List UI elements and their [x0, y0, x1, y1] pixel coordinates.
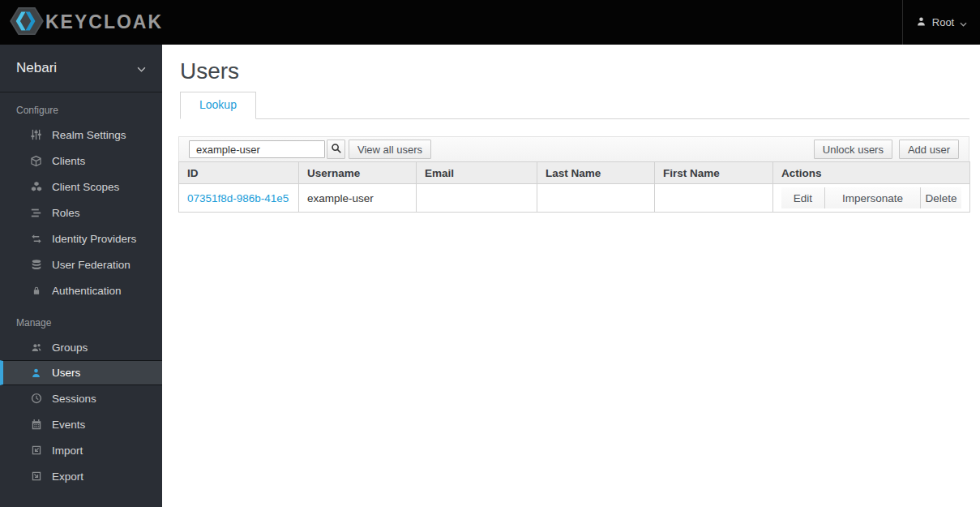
- users-icon: [29, 342, 43, 353]
- page-title: Users: [180, 59, 980, 84]
- column-header-email: Email: [417, 162, 537, 184]
- sidebar-item-label: Roles: [52, 207, 80, 219]
- import-icon: [29, 445, 43, 456]
- logo-wordmark: KEYCLOAK: [45, 11, 163, 33]
- list-icon: [29, 208, 43, 218]
- sidebar-item-label: Groups: [52, 342, 88, 354]
- keycloak-admin-console: KEYCLOAK Root Nebari Configure Realm Set…: [0, 0, 980, 507]
- row-actions: Edit Impersonate Delete: [781, 187, 961, 208]
- sidebar-item-label: Authentication: [52, 285, 122, 297]
- column-header-first-name: First Name: [655, 162, 773, 184]
- sidebar-item-label: Events: [52, 419, 85, 431]
- sidebar-item-label: Sessions: [52, 393, 96, 405]
- exchange-icon: [29, 234, 43, 244]
- main-content: Users Lookup View all users Unlock users…: [162, 45, 980, 507]
- sidebar-item-users[interactable]: Users: [0, 360, 162, 385]
- keycloak-logo-icon: [10, 6, 44, 40]
- sidebar-item-user-federation[interactable]: User Federation: [0, 251, 162, 277]
- sidebar-item-label: Clients: [52, 155, 85, 167]
- search-button[interactable]: [327, 140, 345, 159]
- sidebar-item-identity-providers[interactable]: Identity Providers: [0, 226, 162, 251]
- delete-button[interactable]: Delete: [920, 187, 961, 208]
- sidebar-item-authentication[interactable]: Authentication: [0, 277, 162, 303]
- sidebar-item-export[interactable]: Export: [0, 463, 162, 489]
- sidebar-item-label: Client Scopes: [52, 181, 119, 193]
- cell-actions: Edit Impersonate Delete: [773, 184, 970, 213]
- search-icon: [331, 143, 342, 157]
- chevron-down-icon: [960, 17, 967, 29]
- sidebar-item-import[interactable]: Import: [0, 437, 162, 463]
- sliders-icon: [29, 129, 43, 140]
- realm-selector[interactable]: Nebari: [0, 45, 162, 92]
- sidebar-item-label: Identity Providers: [52, 233, 136, 245]
- tab-lookup[interactable]: Lookup: [180, 92, 256, 119]
- topbar: KEYCLOAK Root: [0, 0, 980, 45]
- cell-username: example-user: [299, 184, 417, 213]
- export-icon: [29, 470, 43, 482]
- cubes-icon: [29, 181, 43, 192]
- sidebar-item-groups[interactable]: Groups: [0, 334, 162, 360]
- lock-icon: [29, 285, 43, 296]
- realm-name: Nebari: [16, 60, 57, 76]
- person-icon: [916, 16, 927, 29]
- cell-last-name: [537, 184, 655, 213]
- keycloak-logo[interactable]: KEYCLOAK: [0, 6, 163, 40]
- sidebar-item-realm-settings[interactable]: Realm Settings: [0, 122, 162, 148]
- search-input[interactable]: [189, 140, 325, 158]
- sidebar-item-client-scopes[interactable]: Client Scopes: [0, 174, 162, 200]
- impersonate-button[interactable]: Impersonate: [824, 187, 920, 208]
- cube-icon: [29, 155, 43, 167]
- sidebar: Nebari Configure Realm Settings Clients …: [0, 45, 162, 507]
- table-header-row: ID Username Email Last Name First Name A…: [179, 162, 970, 184]
- unlock-users-button[interactable]: Unlock users: [814, 140, 892, 159]
- add-user-button[interactable]: Add user: [899, 140, 959, 159]
- column-header-id: ID: [179, 162, 299, 184]
- sidebar-item-clients[interactable]: Clients: [0, 148, 162, 174]
- section-label-manage: Manage: [0, 303, 162, 334]
- users-toolbar: View all users Unlock users Add user: [178, 136, 969, 161]
- sidebar-item-label: Realm Settings: [52, 129, 126, 141]
- calendar-icon: [29, 419, 43, 430]
- cell-email: [417, 184, 537, 213]
- user-icon: [29, 367, 43, 379]
- column-header-username: Username: [299, 162, 417, 184]
- sidebar-item-label: Import: [52, 445, 83, 457]
- clock-icon: [29, 393, 43, 404]
- cell-first-name: [655, 184, 773, 213]
- table-row: 07351f8d-986b-41e5… example-user Edit Im…: [179, 184, 970, 213]
- users-table: ID Username Email Last Name First Name A…: [178, 161, 970, 213]
- view-all-users-button[interactable]: View all users: [349, 140, 431, 159]
- section-label-configure: Configure: [0, 92, 162, 122]
- tab-bar: Lookup: [180, 92, 969, 119]
- chevron-down-icon: [137, 60, 146, 76]
- sidebar-item-label: User Federation: [52, 259, 131, 271]
- sidebar-item-events[interactable]: Events: [0, 411, 162, 437]
- cell-id: 07351f8d-986b-41e5…: [179, 184, 299, 213]
- user-menu[interactable]: Root: [902, 0, 980, 45]
- users-table-container: View all users Unlock users Add user ID …: [178, 136, 969, 213]
- column-header-last-name: Last Name: [537, 162, 655, 184]
- database-icon: [29, 259, 43, 271]
- sidebar-item-sessions[interactable]: Sessions: [0, 385, 162, 411]
- user-menu-label: Root: [932, 16, 954, 28]
- sidebar-item-label: Users: [52, 367, 80, 379]
- column-header-actions: Actions: [773, 162, 970, 184]
- user-id-link[interactable]: 07351f8d-986b-41e5…: [187, 192, 290, 204]
- edit-button[interactable]: Edit: [781, 187, 824, 208]
- sidebar-item-roles[interactable]: Roles: [0, 200, 162, 226]
- sidebar-item-label: Export: [52, 470, 83, 483]
